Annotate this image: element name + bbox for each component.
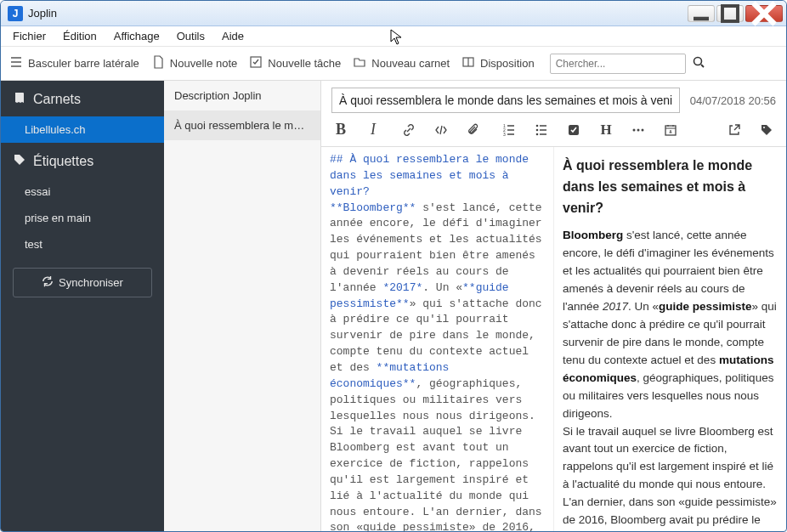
toggle-sidebar-label: Basculer barre latérale [28, 57, 139, 70]
tags-icon [13, 153, 26, 170]
svg-rect-1 [722, 6, 738, 21]
checkbox-button[interactable] [566, 122, 581, 138]
toolbar: Basculer barre latérale Nouvelle note No… [1, 47, 786, 81]
svg-text:3: 3 [503, 132, 506, 137]
svg-point-12 [536, 124, 539, 127]
editor-toolbar: B I 123 H [321, 113, 786, 147]
sync-icon [42, 275, 54, 290]
svg-point-20 [763, 127, 765, 128]
sidebar-item-tag[interactable]: test [1, 231, 164, 258]
preview-paragraph: Si le travail auquel se livre Bloomberg … [563, 423, 778, 530]
menu-file[interactable]: Fichier [4, 27, 54, 45]
tags-header[interactable]: Étiquettes [1, 143, 164, 178]
svg-point-13 [536, 128, 539, 131]
svg-point-17 [637, 128, 640, 131]
file-icon [151, 55, 165, 71]
new-note-button[interactable]: Nouvelle note [151, 55, 238, 71]
toggle-sidebar-button[interactable]: Basculer barre latérale [9, 55, 139, 71]
sync-label: Synchroniser [59, 276, 123, 289]
external-link-button[interactable] [727, 122, 742, 138]
menu-view[interactable]: Affichage [105, 27, 168, 45]
new-note-label: Nouvelle note [170, 57, 238, 70]
code-button[interactable] [433, 122, 449, 138]
sidebar-item-tag[interactable]: essai [1, 178, 164, 205]
folder-icon [353, 55, 366, 71]
app-icon: J [8, 6, 23, 21]
md-heading: ## À quoi ressemblera le monde dans les … [330, 153, 535, 198]
menu-help[interactable]: Aide [213, 27, 252, 45]
layout-label: Disposition [480, 57, 535, 70]
note-list: Description Joplin À quoi ressemblera le… [164, 81, 321, 531]
svg-point-14 [536, 133, 539, 135]
md-text: . Un « [422, 281, 462, 294]
list-item[interactable]: À quoi ressemblera le monde dans [164, 110, 320, 140]
hr-button[interactable] [631, 122, 646, 138]
preview-pane[interactable]: À quoi ressemblera le monde dans les sem… [554, 147, 786, 531]
attachment-button[interactable] [466, 122, 481, 138]
tags-label: Étiquettes [33, 154, 93, 169]
bars-icon [9, 55, 23, 71]
menu-tools[interactable]: Outils [168, 27, 213, 45]
preview-text: Bloomberg [563, 229, 623, 241]
columns-icon [461, 55, 475, 71]
minimize-button[interactable] [688, 5, 715, 22]
preview-paragraph: Bloomberg s'est lancé, cette année encor… [563, 227, 778, 422]
preview-text: guide pessimiste [659, 300, 752, 313]
checkbox-icon [249, 55, 263, 71]
close-button[interactable] [745, 5, 783, 22]
search-input[interactable] [550, 54, 686, 74]
md-text: s'est lancé, cette année encore, le défi… [330, 201, 548, 294]
md-text: *2017* [382, 281, 422, 294]
search-button[interactable] [686, 54, 711, 74]
sync-button[interactable]: Synchroniser [13, 268, 152, 297]
new-notebook-button[interactable]: Nouveau carnet [353, 55, 450, 71]
new-task-button[interactable]: Nouvelle tâche [249, 55, 341, 71]
titlebar: J Joplin [1, 1, 786, 26]
preview-text: . Un « [628, 300, 659, 313]
menubar: Fichier Édition Affichage Outils Aide [1, 26, 786, 47]
new-notebook-label: Nouveau carnet [371, 57, 450, 70]
svg-point-18 [642, 128, 644, 131]
md-text: **Bloomberg** [330, 201, 416, 214]
markdown-editor[interactable]: ## À quoi ressemblera le monde dans les … [321, 147, 554, 531]
book-icon [13, 91, 26, 108]
svg-point-7 [694, 58, 701, 65]
preview-text: 2017 [603, 300, 628, 313]
editor: 04/07/2018 20:56 B I 123 H [321, 81, 786, 531]
menu-edit[interactable]: Édition [54, 27, 105, 45]
new-task-label: Nouvelle tâche [268, 57, 341, 70]
heading-button[interactable]: H [598, 122, 614, 138]
tags-button[interactable] [759, 122, 774, 138]
bold-button[interactable]: B [333, 122, 348, 138]
md-text: Si le travail auquel se livre Bloomberg … [330, 425, 548, 531]
notebooks-label: Carnets [33, 92, 81, 107]
search-icon [692, 55, 705, 71]
sidebar-item-notebook[interactable]: Libellules.ch [1, 116, 164, 143]
layout-button[interactable]: Disposition [461, 55, 535, 71]
list-item[interactable]: Description Joplin [164, 81, 320, 110]
sidebar: Carnets Libellules.ch Étiquettes essai p… [1, 81, 164, 531]
maximize-button[interactable] [716, 5, 744, 22]
preview-heading: À quoi ressemblera le monde dans les sem… [563, 156, 778, 218]
sidebar-item-tag[interactable]: prise en main [1, 205, 164, 231]
date-button[interactable] [663, 122, 678, 138]
svg-line-8 [701, 65, 704, 67]
unordered-list-button[interactable] [534, 122, 549, 138]
link-button[interactable] [401, 122, 416, 138]
note-timestamp: 04/07/2018 20:56 [690, 94, 776, 107]
note-title-input[interactable] [331, 88, 680, 113]
italic-button[interactable]: I [365, 122, 381, 138]
ordered-list-button[interactable]: 123 [501, 122, 517, 138]
app-title: Joplin [28, 7, 688, 20]
notebooks-header[interactable]: Carnets [1, 81, 164, 116]
svg-point-16 [633, 128, 636, 131]
